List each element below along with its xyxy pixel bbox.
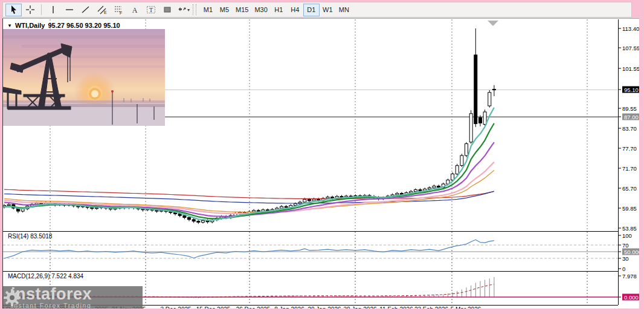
horizontal-line-icon — [65, 5, 74, 15]
symbol-name: WTI,Daily — [15, 22, 45, 29]
svg-text:A: A — [132, 6, 137, 15]
timeframe-m1-button[interactable]: M1 — [200, 4, 216, 16]
rsi-level-0: 0 — [619, 265, 625, 272]
macd-label: MACD(12,26,9) 7.522 4.834 — [8, 273, 83, 280]
svg-text:T: T — [149, 7, 152, 13]
trendline-icon — [81, 5, 91, 15]
time-label: 11 Feb 2026 — [379, 306, 413, 309]
price-label-107.55: 107.55 — [619, 45, 639, 51]
toolbar-grip[interactable] — [193, 4, 196, 15]
price-label-101.55: 101.55 — [619, 65, 639, 71]
timeframe-m30-button[interactable]: M30 — [251, 4, 270, 16]
rsi-level-70: 70 — [619, 242, 629, 249]
fibonacci-icon: F — [114, 5, 123, 15]
rsi-level-50.0000: 50.0000 — [619, 249, 639, 255]
app-frame: EFAT▾ M1M5M15M30H1H4D1W1MN ▼ WTI,Daily 9… — [0, 0, 644, 314]
brand-name: instaforex — [11, 286, 92, 302]
tool-horizontal-line-button[interactable] — [61, 4, 77, 16]
svg-text:E: E — [104, 10, 107, 15]
shapes-icon — [163, 5, 172, 15]
symbol-dropdown-icon[interactable]: ▼ — [7, 23, 12, 28]
symbol-ohlc: 95.27 96.50 93.20 95.10 — [48, 22, 120, 29]
price-label-87.00: 87.00 — [619, 114, 639, 120]
time-label: 23 Feb 2026 — [414, 306, 448, 309]
tool-equidistant-channel-button[interactable]: E — [94, 4, 110, 16]
tool-arrows-button[interactable]: ▾ — [175, 4, 192, 16]
rsi-level-30: 30 — [619, 255, 629, 262]
chart-window: ▼ WTI,Daily 95.27 96.50 93.20 95.10 RSI(… — [2, 18, 639, 309]
time-label: 26 Dec 2025 — [236, 306, 271, 309]
drawing-tools-group: EFAT▾ — [5, 4, 192, 16]
price-label-89.55: 89.55 — [619, 105, 637, 112]
toolbar: EFAT▾ M1M5M15M30H1H4D1W1MN — [2, 2, 632, 18]
gear-icon — [3, 289, 21, 307]
time-label: 30 Jan 2026 — [343, 306, 376, 309]
price-label-113.40: 113.40 — [619, 25, 639, 32]
time-label: 8 Jan 2026 — [274, 306, 304, 309]
pane-divider[interactable] — [3, 271, 618, 272]
toolbar-separator — [41, 4, 42, 15]
svg-text:F: F — [120, 11, 122, 15]
brand-tagline: Instant Forex Trading — [11, 302, 92, 309]
price-label-71.70: 71.70 — [619, 165, 637, 172]
rsi-level-100: 100 — [619, 232, 632, 238]
timeframe-group: M1M5M15M30H1H4D1W1MN — [200, 4, 352, 16]
tool-cursor-button[interactable] — [5, 4, 22, 16]
arrows-icon — [177, 5, 187, 15]
macd-level-7.978: 7.978 — [619, 272, 637, 279]
price-label-95.10: 95.10 — [619, 87, 639, 93]
instaforex-watermark: instaforex Instant Forex Trading — [3, 286, 143, 309]
time-label: 15 Dec 2025 — [196, 306, 231, 309]
timeframe-h4-button[interactable]: H4 — [287, 4, 303, 16]
rsi-pane[interactable] — [3, 232, 619, 271]
tool-shapes-button[interactable] — [159, 4, 175, 16]
text-label-icon: T — [146, 5, 156, 15]
timeframe-m15-button[interactable]: M15 — [233, 4, 251, 16]
tool-text-button[interactable]: A — [126, 4, 143, 16]
tool-trendline-button[interactable] — [77, 4, 94, 16]
timeframe-mn-button[interactable]: MN — [336, 4, 352, 16]
vertical-line-icon — [48, 5, 58, 15]
equidistant-channel-icon: E — [97, 5, 107, 15]
text-icon: A — [130, 5, 140, 15]
price-label-77.70: 77.70 — [619, 145, 637, 151]
cursor-icon — [9, 5, 19, 15]
price-axis-border — [618, 19, 619, 305]
price-label-59.85: 59.85 — [619, 204, 637, 211]
timeframe-d1-button[interactable]: D1 — [303, 4, 320, 16]
crosshair-icon — [25, 5, 35, 15]
time-label: 20 Jan 2026 — [308, 306, 341, 309]
timeframe-w1-button[interactable]: W1 — [320, 4, 336, 16]
price-label-65.70: 65.70 — [619, 185, 637, 192]
rsi-label: RSI(14) 83.5018 — [8, 233, 52, 240]
timeframe-h1-button[interactable]: H1 — [271, 4, 287, 16]
arrows-dropdown-icon[interactable]: ▾ — [187, 7, 190, 13]
price-label-83.70: 83.70 — [619, 125, 637, 131]
tool-fibonacci-button[interactable]: F — [110, 4, 126, 16]
time-label: 5 Mar 2026 — [451, 306, 481, 309]
price-label-53.85: 53.85 — [619, 225, 637, 232]
time-label: 3 Dec 2025 — [160, 306, 191, 309]
tool-text-label-button[interactable]: T — [143, 4, 159, 16]
oil-pumpjack-photo — [3, 29, 165, 126]
macd-level-0.000: 0.000 — [619, 294, 639, 301]
timeframe-m5-button[interactable]: M5 — [216, 4, 233, 16]
tool-crosshair-button[interactable] — [22, 4, 38, 16]
pane-divider[interactable] — [3, 231, 618, 232]
chart-title: ▼ WTI,Daily 95.27 96.50 93.20 95.10 — [7, 22, 120, 29]
tool-vertical-line-button[interactable] — [45, 4, 61, 16]
